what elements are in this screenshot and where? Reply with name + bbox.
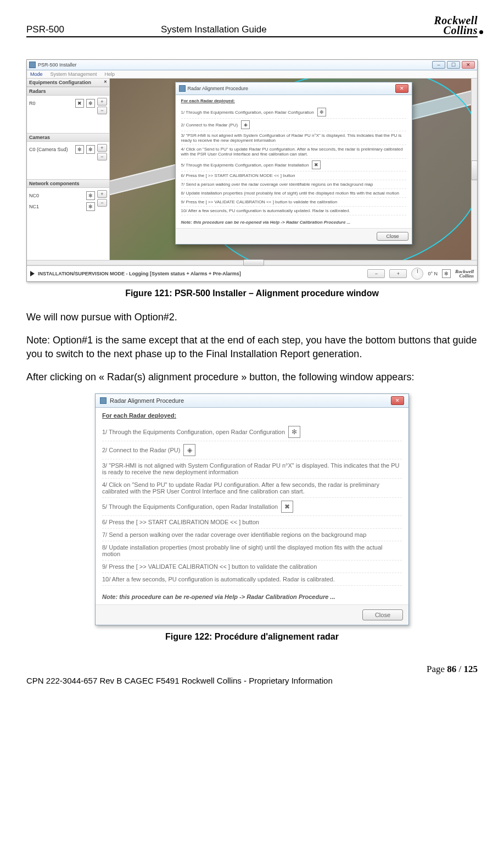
dialog-step: 10/ After a few seconds, PU configuratio… <box>181 207 406 215</box>
rockwell-collins-logo: Rockwell Collins <box>429 15 478 35</box>
add-camera-button[interactable]: + <box>97 144 107 152</box>
zoom-in-button[interactable]: + <box>389 269 407 278</box>
map-canvas[interactable]: Radar Alignment Procedure ✕ For each Rad… <box>110 79 477 260</box>
radar-label: R0 <box>29 101 73 106</box>
dialog-step: 6/ Press the [ >> START CALIBRATION MODE… <box>102 516 402 529</box>
gear-icon[interactable]: ✻ <box>86 202 95 211</box>
gear-icon[interactable]: ✻ <box>442 269 451 278</box>
menu-help[interactable]: Help <box>105 71 115 77</box>
menubar: Mode System Management Help <box>27 70 477 79</box>
radar-alignment-dialog-large: Radar Alignment Procedure ✕ For each Rad… <box>95 393 409 625</box>
dialog-step: 3/ "PSR-HMI is not aligned with System C… <box>102 459 402 479</box>
dialog-step: 1/ Through the Equipments Configuration,… <box>102 423 402 441</box>
gear-icon[interactable]: ✻ <box>86 145 95 154</box>
body-paragraph: After clicking on « Radar(s) alignment p… <box>26 370 478 384</box>
installer-screenshot: PSR-500 Installer – ☐ ✕ Mode System Mana… <box>26 59 478 282</box>
figure-caption-2: Figure 122: Procédure d'alignement radar <box>26 632 478 642</box>
dialog-title: Radar Alignment Procedure <box>188 86 249 91</box>
section-radars-title: Radars <box>27 87 109 96</box>
dialog-icon <box>100 397 107 404</box>
equipments-sidebar: Equipments Configuration ✕ Radars R0 ✖ ✻… <box>27 79 110 260</box>
dialog-step: 4/ Click on "Send to PU" to update Radar… <box>102 479 402 498</box>
dialog-heading: For each Radar deployed: <box>181 98 406 103</box>
window-close-button[interactable]: ✕ <box>462 61 475 69</box>
network-item[interactable]: NC1 ✻ <box>29 201 95 212</box>
network-label: NC0 <box>29 193 84 198</box>
remove-camera-button[interactable]: − <box>97 153 107 160</box>
minimize-button[interactable]: – <box>432 61 445 69</box>
page-footer: Page 86 / 125 CPN 222-3044-657 Rev B CAG… <box>26 664 478 685</box>
dialog-title: Radar Alignment Procedure <box>110 397 184 404</box>
dialog-step: 6/ Press the [ >> START CALIBRATION MODE… <box>181 171 406 180</box>
doc-code: PSR-500 <box>26 24 64 35</box>
dialog-step: 7/ Send a person walking over the radar … <box>102 529 402 541</box>
gear-icon: ✻ <box>288 426 300 438</box>
tool-icon[interactable]: ✖ <box>75 99 84 108</box>
dialog-step: 7/ Send a person walking over the radar … <box>181 180 406 189</box>
statusbar: INSTALLATION/SUPERVISION MODE - Logging … <box>27 265 477 281</box>
dialog-heading: For each Radar deployed: <box>102 412 402 419</box>
panel-undock-icon[interactable]: ✕ <box>104 80 107 85</box>
logo-dot-icon <box>479 30 483 34</box>
footer-proprietary: CPN 222-3044-657 Rev B CAGEC F5491 Rockw… <box>26 676 478 685</box>
menu-system-management[interactable]: System Management <box>51 71 97 77</box>
gear-icon[interactable]: ✻ <box>86 191 95 200</box>
menu-mode[interactable]: Mode <box>30 71 43 77</box>
gear-icon[interactable]: ✻ <box>75 145 84 154</box>
remove-radar-button[interactable]: − <box>97 107 107 114</box>
tiny-logo: RockwellCollins <box>455 269 474 278</box>
doc-title: System Installation Guide <box>161 24 267 35</box>
maximize-button[interactable]: ☐ <box>447 61 460 69</box>
zoom-out-button[interactable]: − <box>367 269 385 278</box>
dialog-note: Note: this procedure can be re-opened vi… <box>102 589 402 600</box>
dialog-close-ok-button[interactable]: Close <box>377 232 408 241</box>
dialog-step: 5/ Through the Equipments Configuration,… <box>181 159 406 171</box>
camera-item[interactable]: C0 (Camera Sud) ✻ ✻ <box>29 144 95 155</box>
body-paragraph: Note: Option#1 is the same except that a… <box>26 334 478 360</box>
dialog-close-button[interactable]: ✕ <box>395 84 408 93</box>
heading-dial[interactable] <box>411 268 423 280</box>
status-text: INSTALLATION/SUPERVISION MODE - Logging … <box>38 271 241 276</box>
installer-titlebar: PSR-500 Installer – ☐ ✕ <box>27 60 477 70</box>
dialog-step: 10/ After a few seconds, PU configuratio… <box>102 573 402 586</box>
sidebar-panel-title: Equipments Configuration ✕ <box>27 79 109 87</box>
dialog-step: 8/ Update installation properties (most … <box>102 541 402 561</box>
wifi-icon: ◈ <box>183 444 195 456</box>
page-number: Page 86 / 125 <box>26 664 478 675</box>
dialog-close-ok-button[interactable]: Close <box>362 609 403 620</box>
sound-icon[interactable] <box>30 271 35 276</box>
dialog-close-button[interactable]: ✕ <box>391 396 404 405</box>
remove-network-button[interactable]: − <box>97 199 107 207</box>
network-item[interactable]: NC0 ✻ <box>29 190 95 201</box>
radar-alignment-dialog: Radar Alignment Procedure ✕ For each Rad… <box>175 82 412 245</box>
dialog-step: 8/ Update installation properties (most … <box>181 189 406 198</box>
dialog-icon <box>179 85 186 92</box>
window-title: PSR-500 Installer <box>38 62 77 68</box>
dialog-step: 9/ Press the [ >> VALIDATE CALIBRATION <… <box>181 198 406 207</box>
body-paragraph: We will now pursue with Option#2. <box>26 310 478 324</box>
heading-label: 0° N <box>428 271 438 276</box>
horizontal-scrollbar[interactable] <box>27 260 477 265</box>
app-icon <box>29 62 36 68</box>
dialog-step: 2/ Connect to the Radar (PU)◈ <box>181 119 406 131</box>
section-cameras-title: Cameras <box>27 133 109 142</box>
dialog-step: 2/ Connect to the Radar (PU)◈ <box>102 441 402 459</box>
add-radar-button[interactable]: + <box>97 98 107 106</box>
network-label: NC1 <box>29 204 84 209</box>
figure-caption-1: Figure 121: PSR-500 Installer – Alignmen… <box>26 288 478 298</box>
vertical-scrollbar[interactable] <box>471 79 477 260</box>
wifi-icon: ◈ <box>241 120 250 129</box>
dialog-step: 3/ "PSR-HMI is not aligned with System C… <box>181 131 406 145</box>
add-network-button[interactable]: + <box>97 190 107 198</box>
section-network-title: Network components <box>27 179 109 188</box>
camera-label: C0 (Camera Sud) <box>29 147 73 152</box>
tool-icon: ✖ <box>312 160 321 169</box>
page-header: PSR-500 System Installation Guide Rockwe… <box>26 15 478 37</box>
dialog-step: 1/ Through the Equipments Configuration,… <box>181 106 406 119</box>
dialog-step: 4/ Click on "Send to PU" to update Radar… <box>181 145 406 159</box>
gear-icon[interactable]: ✻ <box>86 99 95 108</box>
tool-icon: ✖ <box>281 501 293 513</box>
dialog-step: 9/ Press the [ >> VALIDATE CALIBRATION <… <box>102 561 402 573</box>
dialog-step: 5/ Through the Equipments Configuration,… <box>102 498 402 516</box>
radar-item[interactable]: R0 ✖ ✻ <box>29 98 95 109</box>
